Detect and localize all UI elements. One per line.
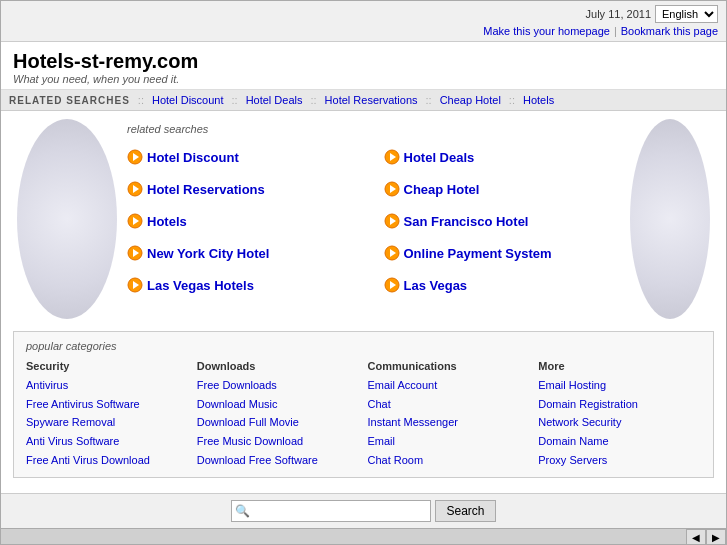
link-free-antivirus[interactable]: Free Antivirus Software xyxy=(26,395,189,414)
nav-hotel-deals[interactable]: Hotel Deals xyxy=(246,94,303,106)
link-email-hosting[interactable]: Email Hosting xyxy=(538,376,701,395)
search-link-item: Las Vegas Hotels xyxy=(127,271,364,299)
search-links-container: related searches Hotel Discount xyxy=(127,119,620,319)
nav-cheap-hotel[interactable]: Cheap Hotel xyxy=(440,94,501,106)
link-domain-registration[interactable]: Domain Registration xyxy=(538,395,701,414)
arrow-icon xyxy=(384,149,400,165)
link-network-security[interactable]: Network Security xyxy=(538,413,701,432)
nav-hotels[interactable]: Hotels xyxy=(523,94,554,106)
search-link-item: Hotels xyxy=(127,207,364,235)
site-tagline: What you need, when you need it. xyxy=(13,73,198,85)
related-searches-label: related searches xyxy=(127,123,620,135)
link-hotels[interactable]: Hotels xyxy=(147,214,187,229)
search-link-item: Hotel Reservations xyxy=(127,175,364,203)
link-antivirus[interactable]: Antivirus xyxy=(26,376,189,395)
link-download-full-movie[interactable]: Download Full Movie xyxy=(197,413,360,432)
search-section: related searches Hotel Discount xyxy=(1,111,726,327)
date-label: July 11, 2011 xyxy=(586,8,651,20)
link-download-free-software[interactable]: Download Free Software xyxy=(197,451,360,470)
link-chat-room[interactable]: Chat Room xyxy=(368,451,531,470)
link-nyc-hotel[interactable]: New York City Hotel xyxy=(147,246,269,261)
popular-categories: popular categories Security Antivirus Fr… xyxy=(13,331,714,478)
arrow-icon xyxy=(127,213,143,229)
search-input-wrapper: 🔍 xyxy=(231,500,431,522)
link-hotel-discount[interactable]: Hotel Discount xyxy=(147,150,239,165)
link-online-payment[interactable]: Online Payment System xyxy=(404,246,552,261)
link-las-vegas[interactable]: Las Vegas xyxy=(404,278,468,293)
link-cheap-hotel[interactable]: Cheap Hotel xyxy=(404,182,480,197)
search-input[interactable] xyxy=(231,500,431,522)
link-chat[interactable]: Chat xyxy=(368,395,531,414)
search-link-item: Cheap Hotel xyxy=(384,175,621,203)
link-hotel-reservations[interactable]: Hotel Reservations xyxy=(147,182,265,197)
link-free-downloads[interactable]: Free Downloads xyxy=(197,376,360,395)
arrow-icon xyxy=(384,213,400,229)
link-spyware[interactable]: Spyware Removal xyxy=(26,413,189,432)
search-link-item: Hotel Discount xyxy=(127,143,364,171)
link-download-music[interactable]: Download Music xyxy=(197,395,360,414)
category-security: Security Antivirus Free Antivirus Softwa… xyxy=(26,360,189,469)
category-security-title: Security xyxy=(26,360,189,372)
link-email-account[interactable]: Email Account xyxy=(368,376,531,395)
category-comms-title: Communications xyxy=(368,360,531,372)
nav-hotel-reservations[interactable]: Hotel Reservations xyxy=(325,94,418,106)
link-sf-hotel[interactable]: San Francisco Hotel xyxy=(404,214,529,229)
link-free-music-download[interactable]: Free Music Download xyxy=(197,432,360,451)
top-bar: July 11, 2011 English French Make this y… xyxy=(1,1,726,42)
search-link-item: Las Vegas xyxy=(384,271,621,299)
bottom-nav: ◀ ▶ xyxy=(1,528,726,544)
right-decoration xyxy=(630,119,710,319)
link-proxy-servers[interactable]: Proxy Servers xyxy=(538,451,701,470)
link-free-antivirus-download[interactable]: Free Anti Virus Download xyxy=(26,451,189,470)
arrow-icon xyxy=(384,181,400,197)
category-downloads: Downloads Free Downloads Download Music … xyxy=(197,360,360,469)
nav-left-arrow[interactable]: ◀ xyxy=(686,529,706,545)
arrow-icon xyxy=(127,149,143,165)
search-link-item: Online Payment System xyxy=(384,239,621,267)
search-link-item: San Francisco Hotel xyxy=(384,207,621,235)
arrow-icon xyxy=(127,277,143,293)
link-instant-messenger[interactable]: Instant Messenger xyxy=(368,413,531,432)
link-anti-virus-software[interactable]: Anti Virus Software xyxy=(26,432,189,451)
popular-label: popular categories xyxy=(26,340,701,352)
homepage-link[interactable]: Make this your homepage xyxy=(483,25,610,37)
language-select[interactable]: English French xyxy=(655,5,718,23)
search-icon: 🔍 xyxy=(235,504,250,518)
category-more-title: More xyxy=(538,360,701,372)
link-domain-name[interactable]: Domain Name xyxy=(538,432,701,451)
search-links-grid: Hotel Discount Hotel Deals xyxy=(127,143,620,299)
link-las-vegas-hotels[interactable]: Las Vegas Hotels xyxy=(147,278,254,293)
arrow-icon xyxy=(127,181,143,197)
arrow-icon xyxy=(127,245,143,261)
bookmark-link[interactable]: Bookmark this page xyxy=(621,25,718,37)
nav-hotel-discount[interactable]: Hotel Discount xyxy=(152,94,224,106)
site-header: Hotels-st-remy.com What you need, when y… xyxy=(1,42,726,90)
category-downloads-title: Downloads xyxy=(197,360,360,372)
arrow-icon xyxy=(384,277,400,293)
bottom-bar: 🔍 Search xyxy=(1,493,726,528)
nav-right-arrow[interactable]: ▶ xyxy=(706,529,726,545)
categories-grid: Security Antivirus Free Antivirus Softwa… xyxy=(26,360,701,469)
nav-bar: RELATED SEARCHES :: Hotel Discount :: Ho… xyxy=(1,90,726,111)
link-email[interactable]: Email xyxy=(368,432,531,451)
related-searches-nav-label: RELATED SEARCHES xyxy=(9,95,130,106)
link-hotel-deals[interactable]: Hotel Deals xyxy=(404,150,475,165)
main-content: related searches Hotel Discount xyxy=(1,111,726,493)
search-link-item: New York City Hotel xyxy=(127,239,364,267)
site-title: Hotels-st-remy.com xyxy=(13,50,198,73)
search-button[interactable]: Search xyxy=(435,500,495,522)
arrow-icon xyxy=(384,245,400,261)
category-more: More Email Hosting Domain Registration N… xyxy=(538,360,701,469)
category-communications: Communications Email Account Chat Instan… xyxy=(368,360,531,469)
left-decoration xyxy=(17,119,117,319)
search-link-item: Hotel Deals xyxy=(384,143,621,171)
